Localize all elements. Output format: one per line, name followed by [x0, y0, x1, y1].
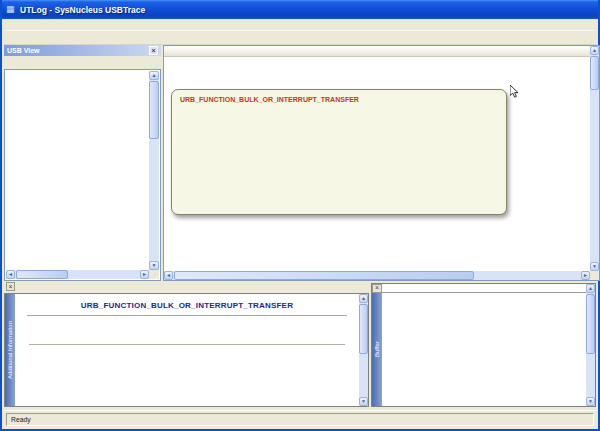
tree-horizontal-scrollbar[interactable]: ◄ ► — [6, 270, 149, 279]
app-icon: ▦ — [6, 4, 17, 15]
menu-bar — [4, 19, 596, 31]
main-area: USB View × ▲ ▼ ◄ ► — [4, 45, 596, 281]
title-bar: ▦ UTLog - SysNucleus USBTrace — [2, 0, 598, 19]
usb-view-close-button[interactable]: × — [149, 46, 158, 55]
hex-vertical-scrollbar[interactable]: ▲ ▼ — [586, 284, 595, 406]
usb-view-tabs — [4, 56, 161, 69]
usb-view-header: USB View × — [4, 45, 161, 56]
info-vertical-scrollbar[interactable]: ▲ ▼ — [359, 294, 368, 406]
log-table-header — [164, 46, 590, 57]
status-ready: Ready — [6, 413, 594, 426]
parameter-value-table — [29, 344, 345, 345]
mouse-cursor-icon — [510, 84, 519, 102]
status-bar: Ready — [4, 410, 596, 427]
window-title: UTLog - SysNucleus USBTrace — [20, 5, 594, 15]
toolbar — [4, 31, 596, 45]
info-pane-tabs — [4, 281, 18, 293]
hex-header — [382, 284, 586, 293]
urb-detail-tooltip: URB_FUNCTION_BULK_OR_INTERRUPT_TRANSFER — [171, 89, 507, 215]
bottom-panes: × Additional Information URB_FUNCTION_BU… — [4, 281, 596, 409]
capture-log-table: ▲ ▼ ◄ ► URB_FUNCTION_BULK_OR_INTERRUPT_T… — [163, 45, 600, 281]
hex-pane-close-button[interactable]: × — [372, 284, 382, 293]
tooltip-title: URB_FUNCTION_BULK_OR_INTERRUPT_TRANSFER — [180, 96, 498, 103]
additional-information-strip: Additional Information — [5, 294, 15, 406]
additional-information-pane: Additional Information URB_FUNCTION_BULK… — [4, 293, 369, 407]
buffer-hex-pane: × Buffer ▲ ▼ — [371, 283, 596, 407]
log-vertical-scrollbar[interactable]: ▲ ▼ — [590, 46, 599, 271]
app-window: ▦ UTLog - SysNucleus USBTrace USB View ×… — [0, 0, 600, 431]
buffer-strip: Buffer — [372, 293, 382, 406]
log-horizontal-scrollbar[interactable]: ◄ ► — [164, 271, 590, 280]
usb-view-panel: USB View × ▲ ▼ ◄ ► — [4, 45, 161, 281]
urb-function-title: URB_FUNCTION_BULK_OR_INTERRUPT_TRANSFER — [15, 301, 359, 310]
device-tree: ▲ ▼ ◄ ► — [4, 69, 161, 281]
tree-vertical-scrollbar[interactable]: ▲ ▼ — [149, 71, 159, 270]
divider — [27, 315, 347, 316]
usb-view-title: USB View — [7, 47, 40, 54]
